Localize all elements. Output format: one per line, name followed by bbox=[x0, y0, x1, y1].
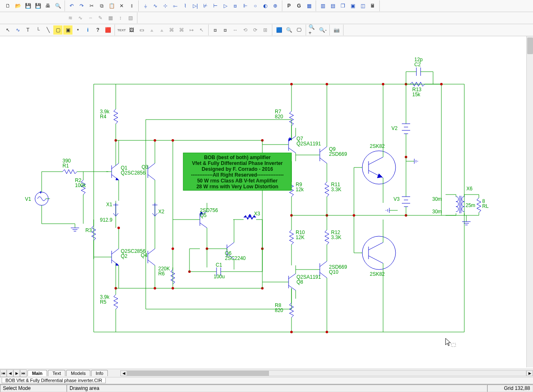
b2-icon[interactable]: ⧈ bbox=[221, 25, 230, 35]
text-icon[interactable]: T bbox=[23, 25, 32, 35]
b3-icon[interactable]: ↔ bbox=[231, 25, 240, 35]
tile-v-icon[interactable]: ▤ bbox=[328, 1, 337, 10]
label-c1: C1100u bbox=[214, 262, 225, 280]
zoom-group: 🔍+ 🔍- bbox=[306, 25, 330, 35]
sense-icon[interactable]: ↕ bbox=[116, 13, 125, 22]
svg-point-21 bbox=[353, 214, 355, 217]
undo-icon[interactable]: ↶ bbox=[67, 1, 76, 10]
open-icon[interactable]: 📂 bbox=[13, 1, 22, 10]
save-icon[interactable]: 💾 bbox=[23, 1, 32, 10]
color-icon[interactable]: 🟥 bbox=[103, 25, 112, 35]
b1-icon[interactable]: ⧈ bbox=[211, 25, 220, 35]
horizontal-scrollbar[interactable]: ◀ ▶ bbox=[120, 370, 533, 376]
dist-icon[interactable]: ▦ bbox=[106, 13, 115, 22]
monitor-icon[interactable]: 🖵 bbox=[294, 25, 304, 35]
xfmr-comp-icon[interactable]: ⧈ bbox=[231, 1, 240, 10]
copy-icon[interactable]: ⧉ bbox=[97, 1, 106, 10]
delete-icon[interactable]: ✕ bbox=[117, 1, 126, 10]
new-icon[interactable]: 🗋 bbox=[3, 1, 12, 10]
mosfet-comp-icon[interactable]: ⊩ bbox=[241, 1, 250, 10]
cascade-icon[interactable]: ❐ bbox=[338, 1, 347, 10]
win-icon[interactable]: ◫ bbox=[358, 1, 367, 10]
tab-main[interactable]: Main bbox=[27, 370, 47, 376]
save-all-icon[interactable]: 💾 bbox=[33, 1, 42, 10]
vsrc-comp-icon[interactable]: ○ bbox=[251, 1, 260, 10]
o3-icon[interactable]: ⌘ bbox=[167, 25, 176, 35]
status-mode: Select Mode bbox=[0, 385, 67, 392]
bus-icon[interactable]: └ bbox=[33, 25, 42, 35]
img-icon[interactable]: 🖼 bbox=[127, 25, 136, 35]
calc-icon[interactable]: 🖩 bbox=[368, 1, 377, 10]
b5-icon[interactable]: ⟳ bbox=[251, 25, 260, 35]
wire-icon[interactable]: ∿ bbox=[13, 25, 22, 35]
zoom-in-icon[interactable]: 🔍+ bbox=[308, 25, 317, 35]
select-icon[interactable]: ↖ bbox=[3, 25, 12, 35]
schematic-canvas[interactable]: V1 + 390R1 R2100k R3 3.9k bbox=[0, 36, 533, 369]
sweep-icon[interactable]: ▧ bbox=[126, 13, 135, 22]
txtbox-icon[interactable]: TEXT bbox=[117, 25, 126, 35]
zoom-out-icon[interactable]: 🔍- bbox=[318, 25, 327, 35]
o6-icon[interactable]: ↖ bbox=[197, 25, 206, 35]
b6-icon[interactable]: ⊞ bbox=[261, 25, 270, 35]
help-icon[interactable]: ? bbox=[93, 25, 102, 35]
ac-icon[interactable]: ∿ bbox=[76, 13, 85, 22]
camera-icon[interactable]: 📷 bbox=[332, 25, 341, 35]
paste-icon[interactable]: 📋 bbox=[107, 1, 116, 10]
line-icon[interactable]: ╲ bbox=[43, 25, 52, 35]
dc-icon[interactable]: ⎓ bbox=[86, 13, 95, 22]
bjt-comp-icon[interactable]: ⊬ bbox=[201, 1, 210, 10]
info-icon[interactable]: i bbox=[83, 25, 92, 35]
cut-icon[interactable]: ✂ bbox=[87, 1, 96, 10]
b4-icon[interactable]: ⟲ bbox=[241, 25, 250, 35]
ind-comp-icon[interactable]: ⌇ bbox=[181, 1, 190, 10]
opamp-comp-icon[interactable]: ▷ bbox=[221, 1, 230, 10]
o5-icon[interactable]: ↦ bbox=[187, 25, 196, 35]
hscroll-thumb[interactable] bbox=[127, 371, 269, 376]
tran-icon[interactable]: ≋ bbox=[66, 13, 75, 22]
preview-icon[interactable]: 🔍 bbox=[53, 1, 62, 10]
box2-icon[interactable]: ▣ bbox=[63, 25, 72, 35]
macro-icon[interactable]: ⦀ bbox=[127, 1, 136, 10]
g-button[interactable]: G bbox=[294, 1, 304, 10]
title-line-5: 50 W rms Class AB V-fet Amplifier bbox=[197, 178, 277, 184]
o2-icon[interactable]: ⟁ bbox=[157, 25, 166, 35]
redo-icon[interactable]: ↷ bbox=[77, 1, 86, 10]
source-comp-icon[interactable]: ∿ bbox=[151, 1, 160, 10]
ground-comp-icon[interactable]: ⏚ bbox=[141, 1, 150, 10]
cap-comp-icon[interactable]: ⟜ bbox=[171, 1, 180, 10]
tab-text[interactable]: Text bbox=[48, 370, 65, 376]
box1-icon[interactable]: ▢ bbox=[53, 25, 62, 35]
isrc-comp-icon[interactable]: ◐ bbox=[261, 1, 270, 10]
chip-icon[interactable]: 🟦 bbox=[274, 25, 284, 35]
file-tab[interactable]: BOB Vfet & Fully Differential phase inve… bbox=[2, 378, 106, 383]
binoc-icon[interactable]: 🔍 bbox=[284, 25, 294, 35]
grid-icon[interactable]: ▦ bbox=[304, 1, 314, 10]
diode-comp-icon[interactable]: ▷| bbox=[191, 1, 200, 10]
p-button[interactable]: P bbox=[284, 1, 294, 10]
block-group: ⧈ ⧈ ↔ ⟲ ⟳ ⊞ bbox=[209, 25, 272, 35]
max-icon[interactable]: ▣ bbox=[348, 1, 357, 10]
jfet-comp-icon[interactable]: ⊢ bbox=[211, 1, 220, 10]
hscroll-left-icon[interactable]: ◀ bbox=[120, 370, 127, 376]
title-line-2: Vfet & Fully Differential Phase Inverter bbox=[192, 160, 283, 166]
vertical-scrollbar[interactable] bbox=[526, 36, 533, 367]
frm-icon[interactable]: ▭ bbox=[137, 25, 146, 35]
label-q3: Q3 bbox=[142, 164, 148, 170]
nav-first-icon[interactable]: ⏮ bbox=[0, 370, 7, 377]
other-comp-icon[interactable]: ⊕ bbox=[271, 1, 280, 10]
hscroll-right-icon[interactable]: ▶ bbox=[526, 370, 533, 376]
vscroll-thumb[interactable] bbox=[527, 37, 533, 54]
tab-info[interactable]: Info bbox=[91, 370, 108, 376]
o1-icon[interactable]: ⟁ bbox=[147, 25, 156, 35]
tile-h-icon[interactable]: ▥ bbox=[318, 1, 327, 10]
nav-prev-icon[interactable]: ◀ bbox=[7, 370, 13, 377]
o4-icon[interactable]: ⌘ bbox=[177, 25, 186, 35]
res-comp-icon[interactable]: ⊹ bbox=[161, 1, 170, 10]
dot-icon[interactable]: • bbox=[73, 25, 82, 35]
nav-last-icon[interactable]: ⏭ bbox=[20, 370, 27, 377]
print-icon[interactable]: 🖶 bbox=[43, 1, 52, 10]
noise-icon[interactable]: ✎ bbox=[96, 13, 105, 22]
nav-next-icon[interactable]: ▶ bbox=[13, 370, 20, 377]
label-x3: X3 bbox=[254, 211, 260, 217]
tab-models[interactable]: Models bbox=[66, 370, 90, 376]
